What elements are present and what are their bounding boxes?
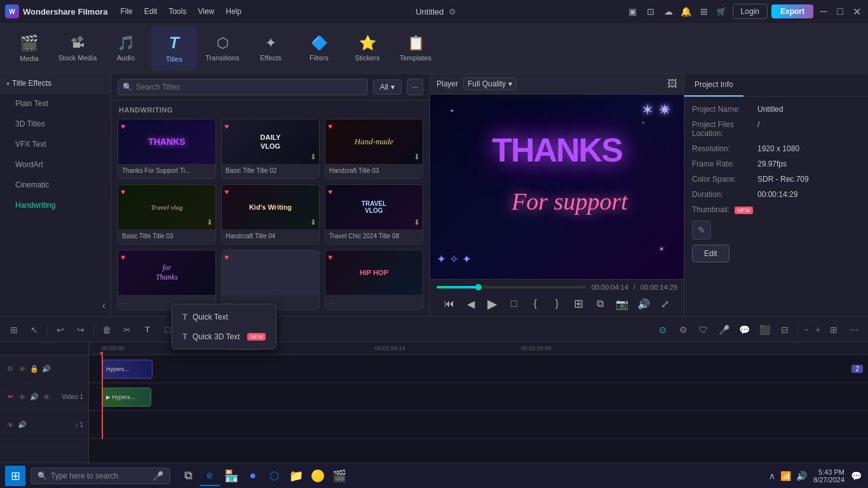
tl-audio-rec[interactable]: 🎤 [715, 321, 733, 339]
project-info-tab[interactable]: Project Info [684, 74, 743, 97]
tl-add-track[interactable]: ⊞ [5, 321, 23, 339]
menu-file[interactable]: File [115, 4, 137, 18]
tray-network-icon[interactable]: 📶 [779, 470, 792, 482]
track-mute-icon-2[interactable]: 🔊 [41, 364, 51, 374]
collapse-panel-icon[interactable]: ‹ [102, 300, 105, 311]
tool-titles[interactable]: T Titles [151, 26, 197, 71]
sidebar-item-cinematic[interactable]: Cinematic [3, 175, 108, 194]
tl-view-options[interactable]: ⊞ [825, 321, 843, 339]
track-eye-icon-1[interactable]: 👁 [17, 392, 27, 402]
taskbar-app-taskview[interactable]: ⧉ [178, 466, 198, 486]
taskbar-app-chrome[interactable]: ● [243, 466, 263, 486]
title-card-8[interactable]: ♥ ... [221, 250, 320, 310]
add-to-timeline-button[interactable]: ⊞ [570, 295, 588, 313]
clip-text-1[interactable]: Hypers... [102, 360, 153, 379]
tl-stabilize[interactable]: ⬛ [756, 321, 773, 339]
snapshot-btn2[interactable]: 📷 [613, 295, 631, 313]
track-settings-icon-2[interactable]: ⚙ [5, 364, 15, 374]
taskbar-app-edge2[interactable]: ⬡ [264, 466, 285, 486]
thumbnail-edit-icon[interactable]: ✎ [692, 220, 711, 240]
menu-tools[interactable]: Tools [163, 4, 191, 18]
title-card-5[interactable]: ♥ ⬇ Kid's Writing Handcraft Title 04 [221, 184, 320, 245]
title-card-6[interactable]: ♥ ⬇ TRAVELVLOG Travel Chic 2024 Title 08 [325, 184, 423, 245]
tl-snap[interactable]: ⊙ [654, 321, 672, 339]
tool-effects[interactable]: ✦ Effects [248, 26, 294, 71]
tray-volume-icon[interactable]: 🔊 [795, 470, 808, 482]
fullscreen-button[interactable]: ⧉ [592, 295, 609, 313]
tl-subtitle[interactable]: 💬 [735, 321, 753, 339]
tool-transitions[interactable]: ⬡ Transitions [200, 26, 245, 71]
mark-in-button[interactable]: { [527, 295, 545, 313]
taskbar-app-edge[interactable]: e [200, 466, 220, 486]
tl-split[interactable]: ✂ [118, 321, 136, 339]
tb-icon5[interactable]: ⊞ [697, 4, 711, 18]
playhead[interactable] [102, 355, 103, 439]
tb-icon4[interactable]: 🔔 [679, 4, 693, 18]
login-button[interactable]: Login [733, 4, 768, 19]
tb-icon3[interactable]: ☁ [661, 4, 675, 18]
quality-select[interactable]: Full Quality ▾ [463, 78, 517, 90]
mark-out-button[interactable]: } [548, 295, 566, 313]
taskbar-app-store[interactable]: 🏪 [221, 466, 241, 486]
sidebar-item-wordart[interactable]: WordArt [3, 155, 108, 174]
audio-eye-icon[interactable]: 👁 [5, 420, 15, 430]
taskbar-app-filmora[interactable]: 🎬 [329, 466, 349, 486]
title-card-4[interactable]: ♥ ⬇ Travel vlog Basic Title Title 03 [118, 184, 216, 245]
tray-notif-icon[interactable]: 💬 [850, 470, 863, 482]
minimize-button[interactable]: ─ [817, 5, 830, 18]
export-button[interactable]: Export [771, 4, 813, 18]
settings-button[interactable]: ⤢ [656, 295, 674, 313]
tb-icon1[interactable]: ▣ [626, 4, 640, 18]
title-card-3[interactable]: ♥ ⬇ Hand-made Handcraft Title 03 [325, 119, 423, 179]
tl-undo[interactable]: ↩ [51, 321, 69, 339]
tl-delete[interactable]: 🗑 [98, 321, 116, 339]
tl-text[interactable]: T [139, 321, 156, 339]
title-card-9[interactable]: ♥ HIP HOP ... [325, 250, 423, 310]
menu-view[interactable]: View [193, 4, 219, 18]
tb-icon2[interactable]: ⊡ [644, 4, 658, 18]
taskbar-app-files[interactable]: 📁 [286, 466, 306, 486]
audio-vol-icon[interactable]: 🔊 [17, 420, 27, 430]
track-scissors-icon[interactable]: ✂ [5, 392, 15, 402]
tb-icon6[interactable]: 🛒 [715, 4, 729, 18]
track-eye-icon-2[interactable]: 👁 [17, 364, 27, 374]
taskbar-time[interactable]: 5:43 PM 8/27/2024 [811, 468, 847, 484]
clip-video-1[interactable]: ▶ Hypers... [102, 388, 151, 407]
edit-button[interactable]: Edit [692, 245, 729, 262]
tool-audio[interactable]: 🎵 Audio [103, 26, 149, 71]
skip-back-button[interactable]: ⏮ [440, 295, 458, 313]
tool-stickers[interactable]: ⭐ Stickers [344, 26, 390, 71]
tl-speed[interactable]: ⊟ [776, 321, 794, 339]
tl-motion[interactable]: ⚙ [674, 321, 692, 339]
frame-back-button[interactable]: ◀ [462, 295, 480, 313]
title-card-2[interactable]: ♥ ⬇ DAILYVLOG Basic Title Title 02 [221, 119, 320, 179]
volume-button[interactable]: 🔊 [635, 295, 653, 313]
search-input[interactable] [118, 79, 368, 95]
sidebar-item-vfx-text[interactable]: VFX Text [3, 135, 108, 154]
title-card-7[interactable]: ♥ forThanks ... [118, 250, 216, 310]
zoom-out-icon[interactable]: － [802, 324, 811, 336]
track-lock-icon-2[interactable]: 🔒 [29, 364, 39, 374]
taskbar-search[interactable]: 🔍 Type here to search 🎤 [31, 468, 170, 484]
start-button[interactable]: ⊞ [5, 466, 25, 486]
sidebar-item-plain-text[interactable]: Plain Text [3, 94, 108, 113]
sidebar-item-handwriting[interactable]: Handwriting [3, 196, 108, 215]
progress-thumb[interactable] [475, 284, 482, 290]
tool-templates[interactable]: 📋 Templates [393, 26, 438, 71]
tray-chevron-icon[interactable]: ∧ [768, 470, 776, 482]
progress-track[interactable] [437, 286, 587, 288]
tool-media[interactable]: 🎬 Media [6, 26, 52, 71]
taskbar-mic-icon[interactable]: 🎤 [153, 471, 163, 481]
context-quick-3d-text[interactable]: T Quick 3D Text NEW [172, 327, 276, 346]
context-quick-text[interactable]: T Quick Text [172, 307, 276, 327]
frame-forward-button[interactable]: □ [505, 295, 523, 313]
zoom-in-icon[interactable]: ＋ [813, 324, 822, 336]
tl-select[interactable]: ↖ [25, 321, 43, 339]
track-audio-icon[interactable]: 🔊 [29, 392, 39, 402]
tl-redo[interactable]: ↪ [72, 321, 90, 339]
snapshot-icon[interactable]: 🖼 [667, 78, 677, 90]
tl-mask[interactable]: 🛡 [695, 321, 712, 339]
filter-all-button[interactable]: All ▾ [373, 79, 402, 95]
track-eye2-icon[interactable]: 👁 [41, 392, 51, 402]
menu-help[interactable]: Help [220, 4, 247, 18]
